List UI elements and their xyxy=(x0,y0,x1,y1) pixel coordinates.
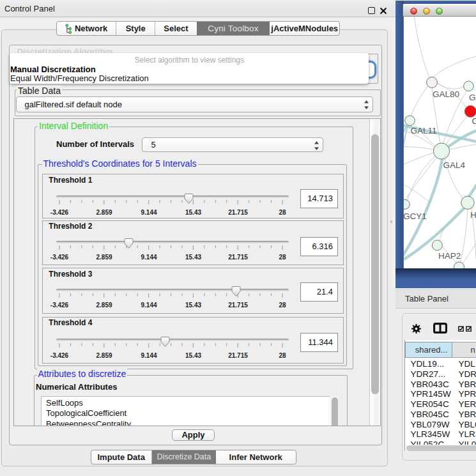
svg-text:HA: HA xyxy=(470,210,476,220)
svg-text:C: C xyxy=(472,116,476,126)
svg-text:GAL80: GAL80 xyxy=(433,89,459,99)
svg-text:GAL11: GAL11 xyxy=(411,126,437,135)
svg-text:GCY1: GCY1 xyxy=(404,211,427,221)
svg-text:GA: GA xyxy=(469,93,476,102)
svg-text:GAL4: GAL4 xyxy=(443,160,466,170)
svg-text:HAP2: HAP2 xyxy=(438,251,461,261)
